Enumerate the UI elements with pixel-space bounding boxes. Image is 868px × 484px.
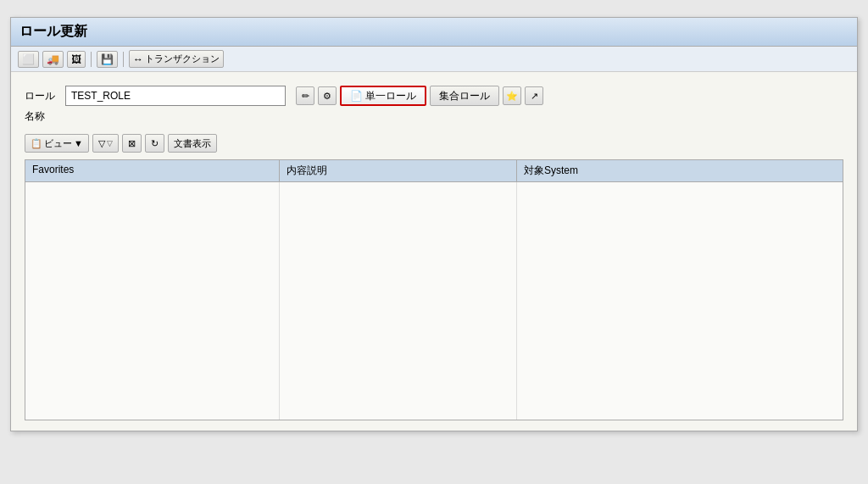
- header-favorites: Favorites: [25, 160, 280, 181]
- copy-icon: ⬜: [22, 53, 35, 65]
- view-label: ビュー: [44, 137, 72, 150]
- edit-button[interactable]: ✏: [296, 86, 314, 105]
- col-description-body: [280, 182, 517, 420]
- role-row: ロール ✏ ⚙ 📄 単一ロール 集合ロール ⭐: [25, 86, 843, 106]
- view-button[interactable]: 📋 ビュー ▼: [25, 134, 89, 153]
- img-icon: 🖼: [71, 53, 81, 65]
- refresh-button[interactable]: ↻: [145, 134, 164, 153]
- view-dropdown-icon: ▼: [74, 138, 83, 148]
- filter-icon-3: ⊠: [128, 138, 136, 149]
- view-icon: 📋: [31, 138, 42, 149]
- text-display-label: 文書表示: [174, 137, 211, 150]
- copy-button[interactable]: ⬜: [18, 51, 39, 68]
- arrow-icon: ↗: [531, 91, 538, 102]
- data-table: Favorites 内容説明 対象System: [25, 159, 843, 420]
- title-bar: ロール更新: [11, 18, 857, 47]
- key-button[interactable]: ⚙: [318, 86, 337, 105]
- img-button[interactable]: 🖼: [67, 51, 86, 68]
- transport-button[interactable]: 🚚: [42, 51, 64, 68]
- save-button[interactable]: 💾: [97, 51, 118, 68]
- content-area: ロール ✏ ⚙ 📄 単一ロール 集合ロール ⭐: [11, 72, 857, 431]
- single-role-button[interactable]: 📄 単一ロール: [340, 86, 426, 106]
- refresh-icon: ↻: [151, 138, 159, 149]
- separator-1: [91, 52, 92, 67]
- collection-role-button[interactable]: 集合ロール: [430, 86, 499, 106]
- name-label: 名称: [25, 109, 65, 124]
- role-input[interactable]: [65, 86, 286, 106]
- key-icon: ⚙: [323, 91, 331, 102]
- save-icon: 💾: [101, 53, 114, 65]
- name-row: 名称: [25, 109, 843, 124]
- filter-icon-1: ▽: [98, 138, 105, 149]
- filter-button-1[interactable]: ▽ ▽: [92, 134, 119, 153]
- header-description: 内容説明: [280, 160, 517, 181]
- main-window: ロール更新 ⬜ 🚚 🖼 💾 ↔ トランザクション ロール: [10, 17, 858, 431]
- page-title: ロール更新: [19, 24, 87, 38]
- table-header: Favorites 内容説明 対象System: [25, 160, 843, 182]
- col-system-body: [517, 182, 843, 420]
- sub-toolbar: 📋 ビュー ▼ ▽ ▽ ⊠ ↻ 文書表示: [25, 134, 843, 153]
- filter-button-2[interactable]: ⊠: [122, 134, 142, 153]
- col-favorites-body: [25, 182, 280, 420]
- role-label: ロール: [25, 89, 58, 103]
- separator-2: [123, 52, 124, 67]
- header-system: 対象System: [517, 160, 843, 181]
- pencil-icon: ✏: [302, 91, 309, 102]
- transaction-label: トランザクション: [145, 53, 220, 65]
- role-action-buttons: ✏ ⚙ 📄 単一ロール 集合ロール ⭐ ↗: [296, 86, 543, 106]
- truck-icon: 🚚: [47, 53, 59, 65]
- star-icon: ⭐: [506, 91, 518, 102]
- filter-icon-2: ▽: [107, 139, 113, 147]
- extra-btn-1[interactable]: ⭐: [503, 86, 521, 105]
- text-display-button[interactable]: 文書表示: [168, 134, 217, 153]
- collection-role-label: 集合ロール: [439, 89, 490, 103]
- transaction-button[interactable]: ↔ トランザクション: [129, 50, 224, 68]
- main-toolbar: ⬜ 🚚 🖼 💾 ↔ トランザクション: [11, 47, 857, 72]
- single-role-label: 単一ロール: [365, 89, 416, 103]
- single-role-doc-icon: 📄: [350, 90, 363, 102]
- transaction-icon: ↔: [133, 53, 143, 65]
- table-body: [25, 182, 843, 420]
- extra-btn-2[interactable]: ↗: [525, 86, 543, 105]
